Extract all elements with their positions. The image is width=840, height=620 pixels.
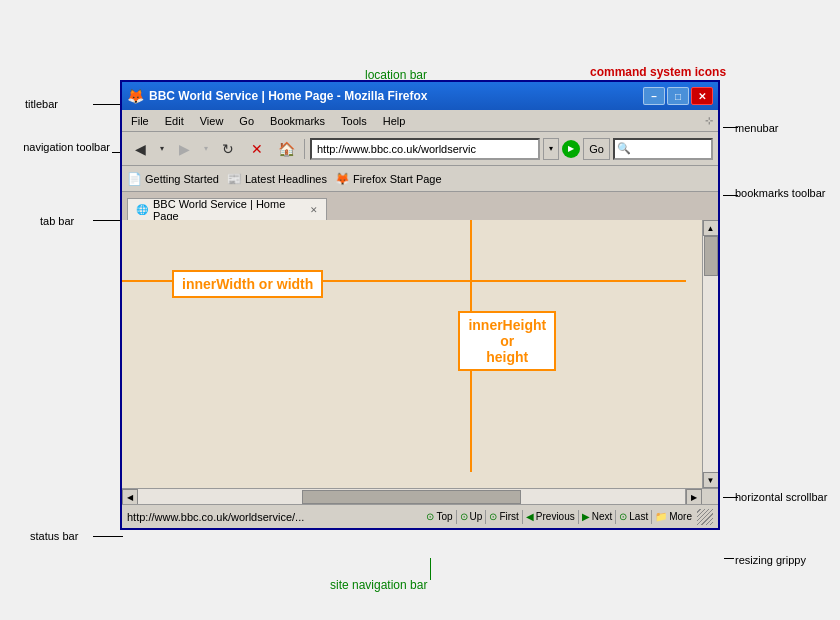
- status-nav-first[interactable]: ⊙ First: [489, 511, 518, 522]
- latest-headlines-label: Latest Headlines: [245, 173, 327, 185]
- menu-bookmarks[interactable]: Bookmarks: [266, 113, 329, 129]
- status-divider-6: [651, 510, 652, 524]
- menu-edit[interactable]: Edit: [161, 113, 188, 129]
- status-url: http://www.bbc.co.uk/worldservice/...: [127, 511, 421, 523]
- menu-go[interactable]: Go: [235, 113, 258, 129]
- menubar-annotation: menubar: [735, 122, 778, 134]
- reload-button[interactable]: ↻: [215, 136, 241, 162]
- navigation-toolbar-annotation: navigation toolbar: [10, 140, 110, 154]
- scroll-track-h[interactable]: [138, 489, 686, 504]
- nav-separator: [304, 139, 305, 159]
- location-input[interactable]: [310, 138, 540, 160]
- next-icon: ▶: [582, 511, 590, 522]
- top-icon: ⊙: [426, 511, 434, 522]
- next-label: Next: [592, 511, 613, 522]
- resize-grippy[interactable]: [697, 509, 713, 525]
- status-divider-2: [485, 510, 486, 524]
- page-content: innerWidth or width innerHeightorheight: [122, 220, 702, 488]
- resize-icon: ⊹: [705, 115, 713, 126]
- horizontal-scrollbar-row: ◀ ▶: [122, 488, 718, 504]
- titlebar-left: 🦊 BBC World Service | Home Page - Mozill…: [127, 88, 428, 104]
- titlebar-buttons: – □ ✕: [643, 87, 713, 105]
- firefox-start-label: Firefox Start Page: [353, 173, 442, 185]
- go-circle[interactable]: ▶: [562, 140, 580, 158]
- forward-button[interactable]: ▶: [171, 136, 197, 162]
- stop-button[interactable]: ✕: [244, 136, 270, 162]
- status-nav-items: ⊙ Top ⊙ Up ⊙ First ◀ Previous ▶ Next: [426, 510, 692, 524]
- getting-started-label: Getting Started: [145, 173, 219, 185]
- inner-height-label: innerHeightorheight: [458, 311, 556, 371]
- scroll-thumb-v[interactable]: [704, 236, 718, 276]
- scrollbar-corner: [702, 489, 718, 505]
- bookmarks-toolbar: 📄 Getting Started 📰 Latest Headlines 🦊 F…: [122, 166, 718, 192]
- titlebar-text: BBC World Service | Home Page - Mozilla …: [149, 89, 428, 103]
- command-system-icons-annotation: command system icons: [590, 65, 726, 79]
- status-divider-4: [578, 510, 579, 524]
- nav-toolbar: ◀ ▾ ▶ ▾ ↻ ✕ 🏠 ▾ ▶ Go 🔍: [122, 132, 718, 166]
- location-bar: ▾ ▶ Go: [310, 138, 610, 160]
- minimize-button[interactable]: –: [643, 87, 665, 105]
- menu-help[interactable]: Help: [379, 113, 410, 129]
- titlebar-annotation: titlebar: [25, 98, 58, 110]
- status-nav-top[interactable]: ⊙ Top: [426, 511, 452, 522]
- status-nav-next[interactable]: ▶ Next: [582, 511, 613, 522]
- status-divider-3: [522, 510, 523, 524]
- tab-bbc[interactable]: 🌐 BBC World Service | Home Page ✕: [127, 198, 327, 220]
- tab-bar-annotation: tab bar: [40, 215, 74, 227]
- getting-started-icon: 📄: [127, 172, 142, 186]
- bookmark-getting-started[interactable]: 📄 Getting Started: [127, 172, 219, 186]
- search-bar: 🔍: [613, 138, 713, 160]
- first-icon: ⊙: [489, 511, 497, 522]
- tab-favicon: 🌐: [136, 204, 148, 215]
- search-input[interactable]: [631, 143, 769, 155]
- previous-label: Previous: [536, 511, 575, 522]
- search-icon: 🔍: [617, 142, 631, 155]
- menu-view[interactable]: View: [196, 113, 228, 129]
- back-button[interactable]: ◀: [127, 136, 153, 162]
- browser-window: 🦊 BBC World Service | Home Page - Mozill…: [120, 80, 720, 530]
- titlebar: 🦊 BBC World Service | Home Page - Mozill…: [122, 82, 718, 110]
- up-label: Up: [470, 511, 483, 522]
- menubar: File Edit View Go Bookmarks Tools Help ⊹: [122, 110, 718, 132]
- last-label: Last: [629, 511, 648, 522]
- tab-title: BBC World Service | Home Page: [153, 198, 302, 222]
- status-nav-previous[interactable]: ◀ Previous: [526, 511, 575, 522]
- maximize-button[interactable]: □: [667, 87, 689, 105]
- go-button[interactable]: Go: [583, 138, 610, 160]
- status-divider-1: [456, 510, 457, 524]
- vertical-scrollbar: ▲ ▼: [702, 220, 718, 488]
- latest-headlines-icon: 📰: [227, 172, 242, 186]
- bookmarks-toolbar-annotation: bookmarks toolbar: [735, 186, 826, 200]
- status-divider-5: [615, 510, 616, 524]
- inner-width-label: innerWidth or width: [172, 270, 323, 298]
- bookmark-latest-headlines[interactable]: 📰 Latest Headlines: [227, 172, 327, 186]
- location-dropdown[interactable]: ▾: [543, 138, 559, 160]
- scroll-left-arrow[interactable]: ◀: [122, 489, 138, 505]
- close-button[interactable]: ✕: [691, 87, 713, 105]
- menu-file[interactable]: File: [127, 113, 153, 129]
- dropdown-back-button[interactable]: ▾: [156, 136, 168, 162]
- site-navigation-bar-annotation: site navigation bar: [330, 578, 427, 592]
- scroll-thumb-h[interactable]: [302, 490, 521, 504]
- scroll-down-arrow[interactable]: ▼: [703, 472, 719, 488]
- status-nav-more[interactable]: 📁 More: [655, 511, 692, 522]
- home-button[interactable]: 🏠: [273, 136, 299, 162]
- dropdown-forward-button[interactable]: ▾: [200, 136, 212, 162]
- firefox-start-icon: 🦊: [335, 172, 350, 186]
- content-area: innerWidth or width innerHeightorheight …: [122, 220, 718, 488]
- scroll-track-v[interactable]: [703, 236, 719, 472]
- bookmark-firefox-start-page[interactable]: 🦊 Firefox Start Page: [335, 172, 442, 186]
- firefox-icon: 🦊: [127, 88, 144, 104]
- more-label: More: [669, 511, 692, 522]
- status-nav-last[interactable]: ⊙ Last: [619, 511, 648, 522]
- tab-close-button[interactable]: ✕: [310, 205, 318, 215]
- scroll-up-arrow[interactable]: ▲: [703, 220, 719, 236]
- status-bar-annotation: status bar: [30, 530, 78, 542]
- status-nav-up[interactable]: ⊙ Up: [460, 511, 483, 522]
- scroll-right-arrow[interactable]: ▶: [686, 489, 702, 505]
- last-icon: ⊙: [619, 511, 627, 522]
- menu-tools[interactable]: Tools: [337, 113, 371, 129]
- horizontal-scrollbar-annotation: horizontal scrollbar: [735, 490, 827, 504]
- tab-bar: 🌐 BBC World Service | Home Page ✕: [122, 192, 718, 220]
- status-bar: http://www.bbc.co.uk/worldservice/... ⊙ …: [122, 504, 718, 528]
